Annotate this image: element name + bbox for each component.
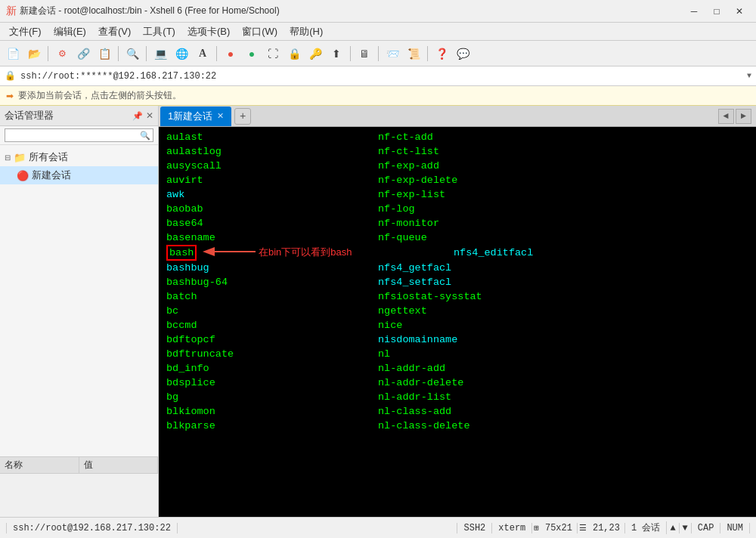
term-cell-right-bash: nfs4_editfacl	[454, 246, 533, 260]
term-cell-left: bc	[166, 304, 378, 318]
status-caps: CAP	[692, 523, 721, 533]
bash-outlined-text: bash	[166, 245, 197, 261]
term-cell-right: nf-monitor	[378, 216, 439, 230]
term-cell-left: blkparse	[166, 419, 378, 433]
properties-panel: 名称 值	[0, 456, 158, 517]
tb-copy[interactable]: 📋	[94, 44, 114, 63]
tb-upload[interactable]: ⬆	[327, 44, 346, 63]
term-row-17: bdsplice nl-addr-delete	[166, 376, 748, 390]
term-cell-left: awk	[166, 187, 378, 202]
lock-icon: 🔒	[5, 70, 16, 82]
tb-open[interactable]: 📂	[24, 44, 44, 63]
term-cell-right: nl-class-delete	[378, 419, 470, 433]
props-col-name: 名称	[0, 457, 79, 473]
tab-nav-right[interactable]: ►	[736, 109, 751, 124]
tb-monitor[interactable]: 🖥	[355, 44, 374, 63]
tb-info[interactable]: 💬	[453, 44, 472, 63]
menu-file[interactable]: 文件(F)	[3, 23, 48, 40]
term-row-6: base64 nf-monitor	[166, 216, 748, 230]
status-num: NUM	[720, 523, 750, 533]
sidebar-close-btn[interactable]: ✕	[146, 110, 153, 121]
status-scroll-down[interactable]: ▼	[680, 523, 692, 533]
tb-btn2[interactable]: ⚙	[52, 44, 72, 63]
all-sessions-label: 所有会话	[29, 150, 68, 164]
tb-font[interactable]: A	[193, 44, 212, 63]
term-row-0: aulast nf-ct-add	[166, 130, 748, 144]
status-ssh: ssh://root@192.168.217.130:22	[6, 523, 178, 533]
tb-lock[interactable]: 🔒	[284, 44, 304, 63]
term-cell-right: nf-queue	[378, 230, 427, 245]
sidebar-title: 会话管理器	[5, 109, 132, 122]
sidebar-search-bar: 🔍	[0, 126, 158, 145]
tb-btn3[interactable]: 🔗	[73, 44, 93, 63]
tb-new-session[interactable]: 📄	[3, 44, 23, 63]
term-row-2: ausyscall nf-exp-add	[166, 159, 748, 173]
term-cell-right: nf-log	[378, 202, 415, 216]
tb-btn4[interactable]: 💻	[150, 44, 170, 63]
tb-red[interactable]: ●	[221, 44, 240, 63]
close-button[interactable]: ✕	[729, 4, 750, 19]
tree-item-all-sessions[interactable]: ⊟ 📁 所有会话	[0, 148, 158, 166]
term-row-12: bc ngettext	[166, 304, 748, 318]
menu-view[interactable]: 查看(V)	[92, 23, 137, 40]
status-protocol: SSH2	[457, 523, 492, 533]
props-header: 名称 值	[0, 457, 158, 474]
new-tab-button[interactable]: +	[234, 108, 251, 125]
term-row-9: bashbug nfs4_getfacl	[166, 261, 748, 275]
sidebar-search-input[interactable]	[5, 128, 153, 142]
term-cell-right: nisdomainname	[378, 332, 457, 347]
menu-tabs[interactable]: 选项卡(B)	[181, 23, 236, 40]
term-row-14: bdftopcf nisdomainname	[166, 332, 748, 347]
sidebar-pin-btn[interactable]: 📌	[132, 111, 143, 121]
tb-send[interactable]: 📨	[383, 44, 402, 63]
search-icon[interactable]: 🔍	[140, 131, 150, 141]
address-dropdown-icon[interactable]: ▼	[747, 72, 751, 80]
term-row-5: baobab nf-log	[166, 202, 748, 216]
terminal-inner: aulast nf-ct-add aulastlog nf-ct-list au…	[159, 127, 756, 517]
term-cell-left: bashbug-64	[166, 275, 378, 289]
menu-edit[interactable]: 编辑(E)	[48, 23, 92, 40]
term-cell-left: bdsplice	[166, 376, 378, 390]
term-row-19: blkiomon nl-class-add	[166, 404, 748, 419]
term-row-4: awk nf-exp-list	[166, 187, 748, 202]
tb-expand[interactable]: ⛶	[263, 44, 283, 63]
term-cell-right: nl-addr-add	[378, 361, 445, 376]
session-icon: 🔴	[17, 170, 29, 181]
tab-label: 1新建会话	[168, 110, 212, 123]
tb-script[interactable]: 📜	[404, 44, 423, 63]
term-cell-left: baobab	[166, 202, 378, 216]
terminal-wrapper: 1新建会话 ✕ + ◄ ► aulast nf-ct-add	[159, 106, 756, 517]
titlebar: 新 新建会话 - root@localhost:/bin - Xshell 6 …	[0, 0, 756, 23]
term-cell-left: bccmd	[166, 318, 378, 332]
tab-nav-left[interactable]: ◄	[718, 109, 734, 124]
tb-globe[interactable]: 🌐	[172, 44, 191, 63]
term-row-3: auvirt nf-exp-delete	[166, 173, 748, 187]
tb-key[interactable]: 🔑	[305, 44, 325, 63]
term-cell-left: batch	[166, 289, 378, 304]
tb-help[interactable]: ❓	[432, 44, 451, 63]
maximize-button[interactable]: □	[706, 4, 727, 19]
addressbar: 🔒 ssh://root:******@192.168.217.130:22 ▼	[0, 66, 756, 86]
term-cell-left: bdftopcf	[166, 332, 378, 347]
minimize-button[interactable]: ─	[683, 4, 705, 19]
tab-new-session[interactable]: 1新建会话 ✕	[160, 107, 231, 126]
terminal-output[interactable]: aulast nf-ct-add aulastlog nf-ct-list au…	[159, 127, 756, 517]
term-cell-right: nf-exp-delete	[378, 173, 457, 187]
app-icon: 新	[6, 5, 17, 18]
term-cell-right: nl-addr-delete	[378, 376, 463, 390]
notice-text: 要添加当前会话，点击左侧的箭头按钮。	[18, 89, 181, 102]
menu-tools[interactable]: 工具(T)	[137, 23, 181, 40]
tb-search[interactable]: 🔍	[122, 44, 142, 63]
term-cell-right: nl-addr-list	[378, 390, 451, 404]
tree-item-new-session[interactable]: 🔴 新建会话	[0, 166, 158, 184]
term-cell-right: nf-ct-add	[378, 130, 433, 144]
status-scroll-up[interactable]: ▲	[667, 523, 679, 533]
menu-help[interactable]: 帮助(H)	[284, 23, 329, 40]
tab-close-icon[interactable]: ✕	[217, 111, 224, 121]
term-row-7: basename nf-queue	[166, 230, 748, 245]
tb-green[interactable]: ●	[242, 44, 262, 63]
term-cell-left: basename	[166, 230, 378, 245]
tab-bar: 1新建会话 ✕ + ◄ ►	[159, 106, 756, 127]
menu-window[interactable]: 窗口(W)	[236, 23, 284, 40]
statusbar: ssh://root@192.168.217.130:22 SSH2 xterm…	[0, 517, 756, 538]
